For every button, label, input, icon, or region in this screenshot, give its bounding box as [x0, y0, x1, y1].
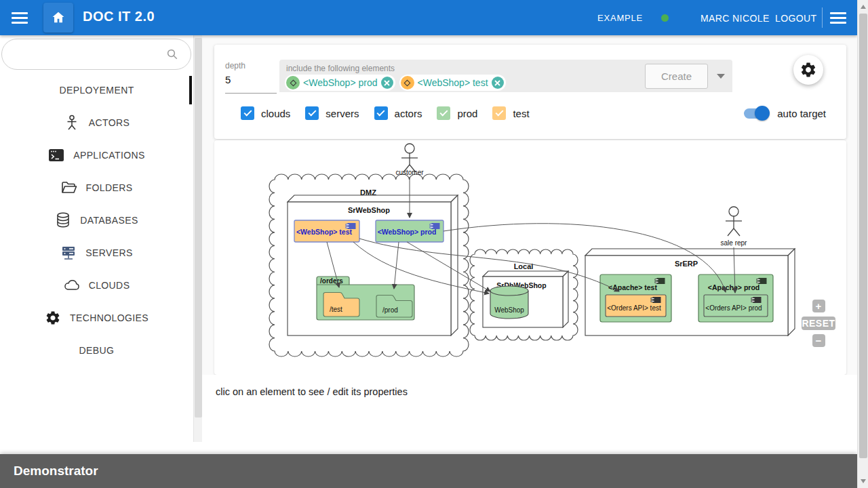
checkbox-icon[interactable]: [492, 106, 506, 120]
checkbox-servers[interactable]: servers: [305, 106, 359, 120]
search-input[interactable]: [14, 43, 163, 65]
chip-remove-button[interactable]: [381, 77, 393, 89]
zoom-out-button[interactable]: −: [812, 334, 825, 347]
status-hint-text: clic on an element to see / edit its pro…: [216, 386, 408, 397]
svg-text:WebShop: WebShop: [494, 306, 524, 314]
depth-value[interactable]: 5: [225, 74, 277, 85]
settings-fab[interactable]: [793, 55, 823, 85]
project-name-label[interactable]: EXAMPLE: [597, 13, 643, 23]
properties-panel: clic on an element to see / edit its pro…: [202, 375, 857, 454]
svg-text:<Apache> test: <Apache> test: [608, 283, 657, 291]
scroll-up-arrow[interactable]: [861, 5, 866, 9]
gear-icon: [800, 61, 817, 79]
zoom-in-button[interactable]: +: [812, 300, 825, 312]
overflow-menu-icon[interactable]: [830, 9, 846, 26]
page-scrollbar[interactable]: [857, 0, 868, 488]
actor-customer[interactable]: customer: [395, 144, 424, 176]
sidebar-item-databases[interactable]: DATABASES: [0, 204, 193, 237]
terminal-icon: [48, 147, 64, 163]
sidebar-item-servers[interactable]: SERVERS: [0, 237, 193, 269]
zoom-controls: + RESET −: [802, 300, 835, 347]
deployment-diagram: DMZ Local SrWebShop SrDbWebShop: [214, 140, 846, 375]
sidebar: DEPLOYEMENT ACTORS APPLICATIONS FOLDER: [0, 35, 202, 454]
checkbox-icon[interactable]: [437, 106, 450, 120]
svg-text:<Apache> prod: <Apache> prod: [708, 283, 760, 291]
chip-remove-button[interactable]: [492, 77, 504, 89]
include-elements-label: include the following elements: [286, 64, 395, 73]
checkbox-test[interactable]: test: [492, 106, 529, 120]
svg-text:customer: customer: [395, 169, 424, 176]
checkbox-clouds[interactable]: clouds: [241, 106, 290, 120]
checkbox-icon[interactable]: [305, 106, 319, 120]
actor-icon: [64, 115, 80, 131]
folder-icon: [61, 180, 77, 196]
auto-target-label: auto target: [777, 108, 826, 119]
create-button[interactable]: Create: [645, 64, 708, 89]
svg-text:/orders: /orders: [320, 277, 343, 285]
scroll-down-arrow[interactable]: [861, 479, 866, 483]
database-icon: [55, 212, 71, 228]
app-title: DOC IT 2.0: [83, 9, 155, 24]
checkbox-icon[interactable]: [374, 106, 388, 120]
close-icon: [384, 80, 390, 86]
svg-text:<Orders API> prod: <Orders API> prod: [705, 304, 762, 312]
include-elements-field[interactable]: include the following elements <WebShop>…: [279, 60, 732, 92]
sidebar-item-actors[interactable]: ACTORS: [0, 106, 193, 139]
checkbox-icon[interactable]: [241, 106, 254, 120]
auto-target-group: auto target: [744, 108, 846, 119]
selected-indicator: [189, 76, 192, 104]
menu-icon[interactable]: [12, 9, 28, 26]
user-name-label: MARC NICOLE: [701, 13, 770, 24]
database-webshop[interactable]: WebShop: [490, 286, 528, 319]
sidebar-item-clouds[interactable]: CLOUDS: [0, 269, 193, 302]
auto-target-toggle[interactable]: [744, 108, 768, 119]
sidebar-nav: DEPLOYEMENT ACTORS APPLICATIONS FOLDER: [0, 74, 193, 367]
header-divider: [822, 7, 823, 28]
svg-text:SrWebShop: SrWebShop: [348, 206, 390, 214]
actor-sale-repr[interactable]: sale repr: [721, 207, 748, 247]
cloud-local-label: Local: [514, 262, 534, 270]
server-icon: [60, 245, 77, 261]
search-icon: [166, 48, 178, 60]
svg-text:<Orders API> test: <Orders API> test: [607, 304, 661, 312]
sidebar-scrollbar-thumb[interactable]: [195, 38, 202, 418]
zoom-reset-button[interactable]: RESET: [802, 317, 835, 330]
sidebar-scrollbar[interactable]: [193, 35, 202, 442]
footer-bar: Demonstrator: [0, 454, 857, 488]
chip-webshop-prod: <WebShop> prod: [285, 75, 395, 91]
prod-diamond-icon: [286, 76, 300, 89]
footer-title: Demonstrator: [14, 464, 98, 479]
top-app-bar: DOC IT 2.0 EXAMPLE MARC NICOLE LOGOUT: [0, 0, 857, 35]
page-scrollbar-thumb[interactable]: [859, 14, 867, 458]
chip-list: <WebShop> prod <WebShop> test: [285, 75, 506, 91]
sidebar-item-technologies[interactable]: TECHNOLOGIES: [0, 302, 193, 334]
home-icon: [51, 10, 66, 25]
checkbox-prod[interactable]: prod: [437, 106, 477, 120]
close-icon: [494, 80, 500, 86]
svg-text:<WebShop> prod: <WebShop> prod: [378, 228, 437, 236]
sidebar-item-applications[interactable]: APPLICATIONS: [0, 139, 193, 171]
sidebar-item-debug[interactable]: DEBUG: [0, 334, 193, 367]
svg-text:/test: /test: [330, 306, 342, 313]
filter-checkbox-row: clouds servers actors prod test auto tar…: [241, 103, 846, 123]
svg-text:SrERP: SrERP: [675, 260, 698, 268]
chip-webshop-test: <WebShop> test: [399, 75, 506, 91]
node-apache-prod[interactable]: <Apache> prod <Orders API> prod: [698, 274, 773, 322]
create-dropdown-caret[interactable]: [717, 74, 725, 79]
sidebar-item-deployement[interactable]: DEPLOYEMENT: [0, 74, 193, 106]
node-apache-test[interactable]: <Apache> test <Orders API> test: [600, 274, 671, 322]
app-window: DOC IT 2.0 EXAMPLE MARC NICOLE LOGOUT DE…: [0, 0, 868, 488]
diagram-canvas[interactable]: DMZ Local SrWebShop SrDbWebShop: [214, 140, 846, 375]
sidebar-item-folders[interactable]: FOLDERS: [0, 171, 193, 204]
depth-label: depth: [225, 61, 277, 70]
node-webshop-test[interactable]: <WebShop> test: [294, 220, 359, 242]
home-button[interactable]: [43, 3, 73, 33]
status-dot: [661, 14, 669, 22]
checkbox-actors[interactable]: actors: [374, 106, 422, 120]
search-box: [1, 39, 191, 70]
node-webshop-prod[interactable]: <WebShop> prod: [376, 220, 443, 242]
controls-card: depth 5 include the following elements <…: [214, 45, 846, 139]
depth-field[interactable]: depth 5: [225, 61, 277, 94]
gear-icon: [45, 310, 61, 326]
logout-button[interactable]: LOGOUT: [775, 13, 817, 24]
